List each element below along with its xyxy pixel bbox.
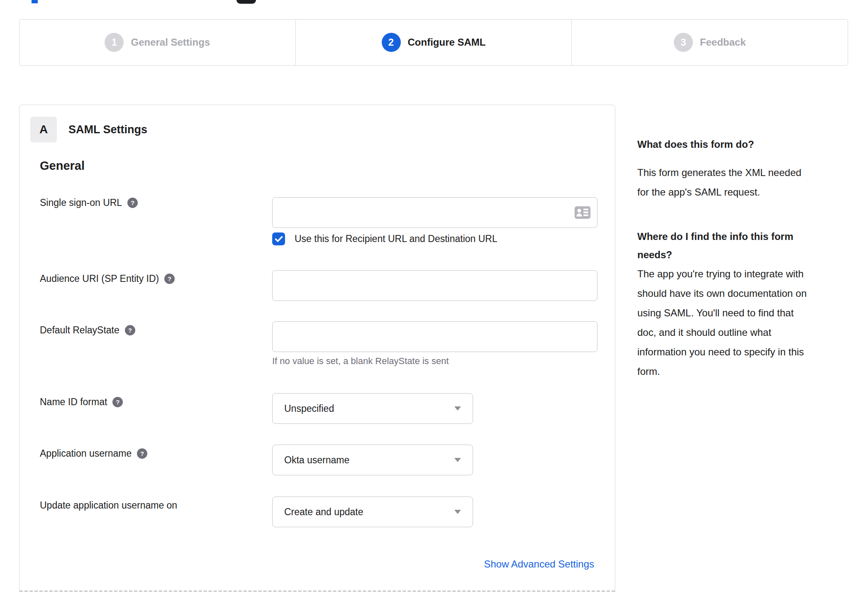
audience-uri-label: Audience URI (SP Entity ID) ? bbox=[40, 272, 175, 285]
help-tooltip-icon[interactable]: ? bbox=[125, 325, 135, 335]
help-answer-2: The app you're trying to integrate with … bbox=[637, 264, 807, 381]
select-value: Create and update bbox=[284, 506, 363, 518]
section-a-badge: A bbox=[30, 117, 57, 142]
section-title: SAML Settings bbox=[68, 123, 147, 136]
section-dashed-divider bbox=[20, 590, 615, 592]
field-label-text: Single sign-on URL bbox=[40, 197, 122, 208]
recipient-destination-checkbox[interactable] bbox=[272, 232, 285, 245]
help-line: should have its own documentation on bbox=[637, 284, 807, 303]
show-advanced-settings-link[interactable]: Show Advanced Settings bbox=[484, 558, 594, 570]
step-label: Configure SAML bbox=[408, 37, 486, 48]
single-sign-on-url-input[interactable] bbox=[272, 197, 597, 228]
field-label-text: Audience URI (SP Entity ID) bbox=[40, 273, 159, 284]
help-line: Where do I find the info this form bbox=[637, 228, 793, 246]
help-line: The app you're trying to integrate with bbox=[637, 264, 807, 284]
help-line: needs? bbox=[637, 246, 793, 264]
step-label: Feedback bbox=[700, 37, 746, 48]
relaystate-helper-text: If no value is set, a blank RelayState i… bbox=[272, 356, 449, 367]
step-general-settings[interactable]: 1 General Settings bbox=[20, 20, 295, 65]
single-sign-on-url-label: Single sign-on URL ? bbox=[40, 196, 138, 209]
field-label-text: Name ID format bbox=[40, 396, 107, 408]
checkmark-icon bbox=[275, 236, 283, 242]
help-tooltip-icon[interactable]: ? bbox=[164, 274, 175, 284]
clipped-tab-indicator-fragment bbox=[32, 0, 38, 3]
field-label-text: Update application username on bbox=[40, 500, 177, 511]
help-line: information you need to specify in this bbox=[637, 342, 807, 362]
address-card-icon[interactable] bbox=[575, 206, 590, 219]
help-line: form. bbox=[637, 362, 807, 381]
chevron-down-icon bbox=[454, 458, 461, 462]
clipped-icon-fragment bbox=[237, 0, 256, 4]
update-application-username-select[interactable]: Create and update bbox=[272, 497, 473, 527]
help-question-1: What does this form do? bbox=[637, 135, 754, 154]
step-number-badge: 1 bbox=[105, 33, 124, 52]
update-application-username-label: Update application username on bbox=[40, 499, 177, 512]
recipient-destination-checkbox-label[interactable]: Use this for Recipient URL and Destinati… bbox=[295, 232, 497, 245]
field-label-text: Default RelayState bbox=[40, 325, 119, 336]
chevron-down-icon bbox=[454, 406, 461, 411]
help-question-2: Where do I find the info this form needs… bbox=[637, 228, 793, 264]
step-number-badge: 3 bbox=[674, 33, 693, 52]
name-id-format-select[interactable]: Unspecified bbox=[272, 393, 473, 424]
chevron-down-icon bbox=[454, 510, 461, 514]
step-configure-saml[interactable]: 2 Configure SAML bbox=[295, 20, 572, 65]
field-label-text: Application username bbox=[40, 448, 132, 459]
help-line: for the app's SAML request. bbox=[637, 182, 801, 202]
help-line: This form generates the XML needed bbox=[637, 163, 801, 182]
default-relaystate-label: Default RelayState ? bbox=[40, 324, 135, 337]
step-feedback[interactable]: 3 Feedback bbox=[571, 20, 848, 65]
group-title-general: General bbox=[40, 159, 85, 173]
application-username-label: Application username ? bbox=[40, 447, 147, 460]
saml-settings-card: A SAML Settings General Single sign-on U… bbox=[19, 105, 615, 592]
application-username-select[interactable]: Okta username bbox=[272, 445, 473, 475]
audience-uri-input[interactable] bbox=[272, 270, 597, 301]
help-tooltip-icon[interactable]: ? bbox=[127, 198, 138, 208]
default-relaystate-field bbox=[272, 321, 597, 352]
wizard-stepper: 1 General Settings 2 Configure SAML 3 Fe… bbox=[19, 19, 848, 66]
audience-uri-field bbox=[272, 270, 597, 301]
help-line: doc, and it should outline what bbox=[637, 323, 807, 342]
help-tooltip-icon[interactable]: ? bbox=[137, 448, 147, 459]
default-relaystate-input[interactable] bbox=[272, 321, 597, 352]
single-sign-on-url-field bbox=[272, 197, 597, 228]
select-value: Okta username bbox=[284, 455, 349, 466]
step-label: General Settings bbox=[131, 37, 210, 48]
help-line: using SAML. You'll need to find that bbox=[637, 303, 807, 323]
help-answer-1: This form generates the XML needed for t… bbox=[637, 163, 801, 202]
name-id-format-label: Name ID format ? bbox=[40, 396, 123, 409]
select-value: Unspecified bbox=[284, 403, 334, 414]
step-number-badge: 2 bbox=[382, 33, 401, 52]
help-tooltip-icon[interactable]: ? bbox=[112, 397, 123, 407]
